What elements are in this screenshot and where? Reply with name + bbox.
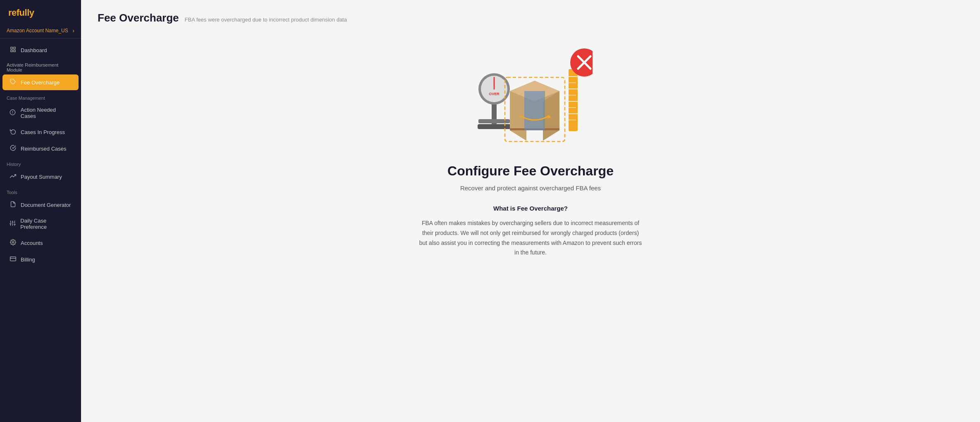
account-selector[interactable]: Amazon Account Name_US › [0, 24, 81, 38]
page-title: Fee Overcharge [98, 12, 179, 24]
chevron-right-icon: › [72, 27, 74, 34]
sidebar-item-payout-summary[interactable]: Payout Summary [2, 169, 79, 185]
configure-title: Configure Fee Overcharge [419, 163, 642, 179]
sidebar-label-action-needed: Action Needed Cases [21, 107, 72, 119]
page-subtitle: FBA fees were overcharged due to incorre… [185, 17, 347, 23]
svg-rect-31 [524, 91, 545, 130]
sidebar-item-dashboard[interactable]: Dashboard [2, 42, 79, 58]
sidebar-item-action-needed[interactable]: Action Needed Cases [2, 103, 79, 123]
main-content: Fee Overcharge FBA fees were overcharged… [81, 0, 980, 422]
sidebar-item-fee-overcharge[interactable]: Fee Overcharge [2, 74, 79, 90]
svg-rect-18 [10, 257, 16, 261]
svg-text:OVER: OVER [489, 92, 500, 96]
logo-text-accent: lly [25, 7, 34, 18]
sidebar-label-reimbursed-cases: Reimbursed Cases [21, 146, 67, 152]
sidebar: refully Amazon Account Name_US › Dashboa… [0, 0, 81, 422]
svg-rect-34 [569, 69, 578, 131]
sidebar-item-cases-in-progress[interactable]: Cases In Progress [2, 124, 79, 140]
sidebar-label-daily-case-preference: Daily Case Preference [20, 218, 72, 230]
sidebar-item-daily-case-preference[interactable]: Daily Case Preference [2, 213, 79, 234]
sidebar-label-billing: Billing [21, 257, 35, 263]
sidebar-label-document-generator: Document Generator [21, 202, 71, 208]
sidebar-label-fee-overcharge: Fee Overcharge [21, 79, 60, 86]
configure-section: Configure Fee Overcharge Recover and pro… [419, 163, 642, 258]
sliders-icon [9, 220, 16, 228]
sidebar-item-accounts[interactable]: Accounts [2, 235, 79, 251]
refresh-icon [9, 128, 17, 136]
page-title-row: Fee Overcharge FBA fees were overcharged… [98, 12, 963, 24]
sidebar-label-payout-summary: Payout Summary [21, 174, 62, 180]
sidebar-label-dashboard: Dashboard [21, 47, 47, 53]
svg-point-17 [12, 242, 14, 243]
svg-rect-3 [13, 50, 15, 52]
what-is-body: FBA often makes mistakes by overcharging… [419, 218, 642, 258]
section-label-case-management: Case Management [0, 91, 81, 102]
app-logo: refully [0, 0, 81, 24]
sidebar-item-billing[interactable]: Billing [2, 252, 79, 267]
alert-circle-icon [9, 109, 17, 117]
page-header: Fee Overcharge FBA fees were overcharged… [81, 0, 980, 31]
sidebar-item-document-generator[interactable]: Document Generator [2, 197, 79, 213]
check-circle-icon [9, 145, 17, 152]
sidebar-label-accounts: Accounts [21, 240, 43, 246]
section-label-history: History [0, 157, 81, 168]
what-is-title: What is Fee Overcharge? [419, 205, 642, 212]
account-name: Amazon Account Name_US [7, 28, 68, 34]
fee-overcharge-illustration: OVER [460, 43, 593, 143]
file-icon [9, 201, 17, 209]
configure-subtitle: Recover and protect against overcharged … [419, 185, 642, 192]
logo-text-main: refu [8, 7, 25, 18]
svg-rect-0 [10, 47, 12, 49]
activate-reimbursement-label: Activate Reimbursement Module [0, 58, 81, 74]
grid-icon [9, 46, 17, 54]
credit-card-icon [9, 256, 17, 263]
section-label-tools: Tools [0, 185, 81, 197]
sidebar-item-reimbursed-cases[interactable]: Reimbursed Cases [2, 141, 79, 156]
content-area: OVER [81, 31, 980, 422]
trending-up-icon [9, 173, 17, 180]
settings-icon [9, 239, 17, 247]
illustration-container: OVER [460, 43, 601, 151]
tag-icon [9, 79, 17, 86]
svg-rect-1 [13, 47, 15, 49]
svg-rect-2 [10, 50, 12, 52]
sidebar-label-cases-in-progress: Cases In Progress [21, 129, 65, 135]
svg-rect-20 [478, 124, 511, 129]
